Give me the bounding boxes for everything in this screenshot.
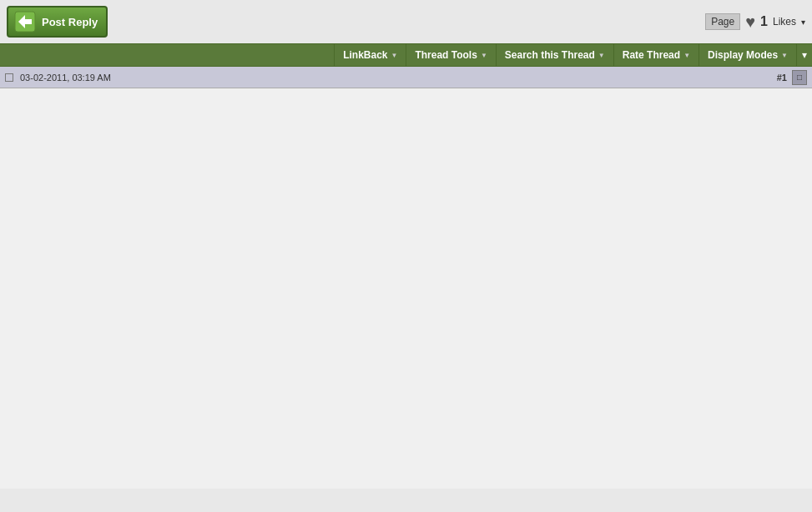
display-modes-button[interactable]: Display Modes ▼ xyxy=(699,44,796,66)
thread-tools-button[interactable]: Thread Tools ▼ xyxy=(406,44,495,66)
rate-thread-dropdown-arrow: ▼ xyxy=(683,52,690,59)
post-date: 03-02-2011, 03:19 AM xyxy=(20,73,777,83)
likes-dropdown-arrow[interactable]: ▾ xyxy=(801,18,805,27)
main-content xyxy=(0,88,812,489)
top-bar: Post Reply Page ♥ 1 Likes ▾ xyxy=(0,0,812,43)
likes-count: 1 xyxy=(760,14,768,29)
nav-toolbar-left xyxy=(0,44,334,66)
post-number: #1 xyxy=(777,73,787,83)
nav-toolbar-right: LinkBack ▼ Thread Tools ▼ Search this Th… xyxy=(334,44,812,66)
post-row: 03-02-2011, 03:19 AM #1 □ xyxy=(0,67,812,88)
heart-icon: ♥ xyxy=(745,13,755,32)
search-thread-button[interactable]: Search this Thread ▼ xyxy=(496,44,613,66)
expand-arrow-icon: ▾ xyxy=(802,49,807,61)
search-thread-label: Search this Thread xyxy=(505,49,595,61)
toolbar-expand-button[interactable]: ▾ xyxy=(796,44,812,66)
page-likes-area: Page ♥ 1 Likes ▾ xyxy=(705,13,805,32)
linkback-button[interactable]: LinkBack ▼ xyxy=(334,44,406,66)
thread-tools-dropdown-arrow: ▼ xyxy=(481,52,487,59)
linkback-dropdown-arrow: ▼ xyxy=(391,52,398,59)
post-reply-icon xyxy=(13,10,37,33)
likes-text: Likes xyxy=(773,16,796,28)
post-status-icon xyxy=(5,73,13,82)
post-reply-button[interactable]: Post Reply xyxy=(7,6,108,38)
display-modes-label: Display Modes xyxy=(708,49,778,61)
search-thread-dropdown-arrow: ▼ xyxy=(598,52,605,59)
post-reply-label: Post Reply xyxy=(42,16,98,28)
page-label: Page xyxy=(705,13,740,30)
rate-thread-button[interactable]: Rate Thread ▼ xyxy=(613,44,699,66)
post-expand-icon: □ xyxy=(797,73,802,82)
display-modes-dropdown-arrow: ▼ xyxy=(781,52,788,59)
linkback-label: LinkBack xyxy=(343,49,387,61)
post-expand-button[interactable]: □ xyxy=(792,70,807,85)
thread-tools-label: Thread Tools xyxy=(415,49,477,61)
rate-thread-label: Rate Thread xyxy=(623,49,680,61)
nav-toolbar: LinkBack ▼ Thread Tools ▼ Search this Th… xyxy=(0,43,812,67)
